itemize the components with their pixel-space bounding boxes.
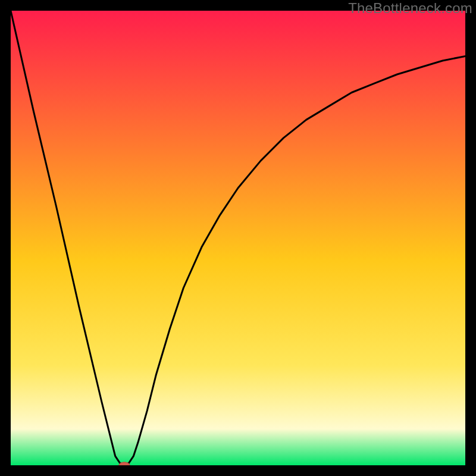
chart-frame	[11, 11, 465, 465]
bottleneck-plot	[11, 11, 465, 465]
gradient-background	[11, 11, 465, 465]
watermark-text: TheBottleneck.com	[348, 0, 472, 17]
